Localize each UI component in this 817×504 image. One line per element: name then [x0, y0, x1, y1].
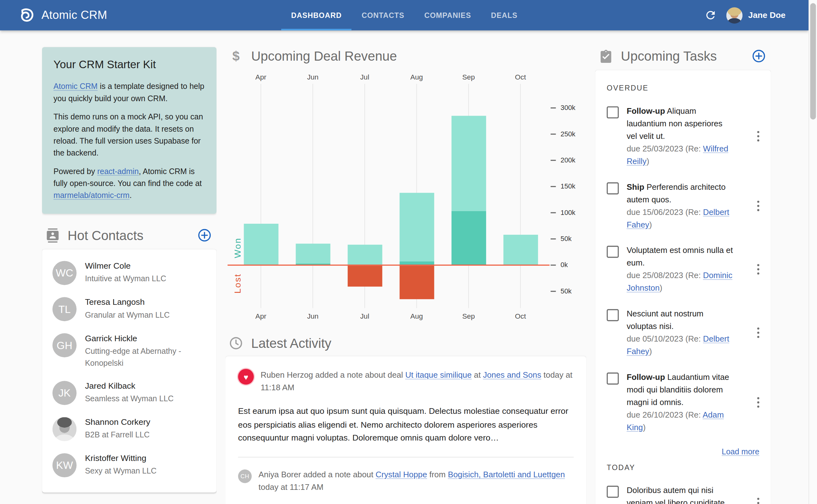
x-axis-label: Oct [515, 312, 526, 320]
contact-list-item[interactable]: KWKristoffer WittingSexy at Wyman LLC [52, 452, 206, 477]
tab-contacts[interactable]: CONTACTS [352, 0, 414, 30]
add-task-button[interactable] [752, 49, 765, 63]
kebab-dot [757, 200, 759, 203]
contact-list-item[interactable]: JKJared KilbackSeamless at Wyman LLC [52, 380, 206, 405]
clock-icon [228, 335, 244, 351]
tab-dashboard[interactable]: DASHBOARD [281, 0, 352, 30]
task-contact-link[interactable]: Adam King [627, 410, 724, 432]
react-admin-link[interactable]: react-admin [97, 167, 139, 175]
activity-link[interactable]: Jones and Sons [483, 370, 541, 379]
load-more-link[interactable]: Load more [606, 447, 759, 456]
tab-deals[interactable]: DEALS [481, 0, 527, 30]
contact-list-item[interactable]: GHGarrick HickleCutting-edge at Abernath… [52, 332, 206, 369]
bar-segment-pending-jul[interactable] [348, 245, 382, 265]
task-menu-button[interactable] [755, 495, 761, 504]
task-checkbox[interactable] [606, 373, 619, 385]
tab-companies[interactable]: COMPANIES [414, 0, 481, 30]
middle-column: $ Upcoming Deal Revenue AprAprJunJunJulJ… [226, 30, 586, 504]
tick-mark [551, 133, 556, 134]
left-column: Your CRM Starter Kit Atomic CRM is a tem… [42, 30, 217, 504]
task-contact-link[interactable]: Delbert Fahey [627, 207, 729, 229]
task-text: Nesciunt aut nostrum voluptas nisi. [627, 308, 735, 333]
refresh-button[interactable] [703, 7, 718, 23]
tick-label: 150k [561, 182, 575, 190]
task-due: due 25/08/2023 (Re: Dominic Johnston) [627, 269, 735, 294]
x-axis-label: Apr [255, 312, 266, 320]
task-menu-button[interactable] [755, 197, 761, 214]
contact-name: Wilmer Cole [85, 260, 166, 272]
task-checkbox[interactable] [606, 246, 619, 258]
bar-segment-pending-oct[interactable] [503, 235, 538, 265]
bar-segment-lost-jul[interactable] [348, 266, 382, 287]
y-axis-tick: 0k [551, 261, 568, 269]
task-menu-button[interactable] [755, 261, 761, 278]
activity-text: Aniya Borer added a note about Crystal H… [259, 468, 573, 493]
bar-segment-won-sep[interactable] [451, 211, 486, 265]
x-axis-label: Sep [462, 312, 475, 320]
deal-revenue-header: $ Upcoming Deal Revenue [226, 48, 586, 64]
kebab-dot [757, 209, 759, 211]
activity-text-part: Ruben Herzog added a note about deal [261, 370, 405, 379]
kebab-dot [757, 405, 759, 408]
marmelab-atomic-crm-link[interactable]: marmelab/atomic-crm [53, 191, 129, 200]
upcoming-tasks-card: OVERDUEFollow-up Aliquam laudantium non … [595, 70, 771, 504]
bar-segment-pending-apr[interactable] [244, 224, 278, 265]
tick-mark [551, 160, 556, 161]
kebab-dot [757, 131, 759, 133]
tick-label: 200k [561, 156, 575, 164]
atomic-crm-link[interactable]: Atomic CRM [53, 82, 97, 90]
y-axis-tick: 200k [551, 156, 575, 164]
task-body: Follow-up Aliquam laudantium non asperio… [627, 105, 735, 168]
scrollbar-thumb[interactable] [810, 3, 816, 119]
contact-list-item[interactable]: Shannon CorkeryB2B at Farrell LLC [52, 416, 206, 441]
task-menu-button[interactable] [755, 128, 761, 145]
kebab-dot [757, 205, 759, 207]
activity-link[interactable]: Ut itaque similique [405, 370, 472, 379]
contacts-icon [45, 227, 60, 243]
contact-company: Seamless at Wyman LLC [85, 392, 173, 404]
task-contact-link[interactable]: Wilfred Reilly [627, 144, 728, 166]
task-menu-button[interactable] [755, 394, 761, 411]
activity-link[interactable]: Crystal Hoppe [376, 470, 427, 479]
bar-segment-pending-jun[interactable] [296, 244, 330, 263]
tick-label: 100k [561, 209, 575, 216]
starter-kit-paragraph: Powered by react-admin, Atomic CRM is fu… [53, 165, 205, 201]
tick-mark [551, 212, 556, 213]
tasks-section-label: TODAY [606, 463, 761, 472]
app-title: Atomic CRM [41, 8, 107, 22]
bar-segment-lost-aug[interactable] [399, 266, 434, 299]
bar-segment-pending-aug[interactable] [399, 193, 434, 261]
task-checkbox[interactable] [606, 309, 619, 321]
task-contact-link[interactable]: Dominic Johnston [627, 271, 732, 292]
user-menu-button[interactable]: Jane Doe [726, 7, 786, 24]
kebab-dot [757, 268, 759, 271]
task-type-label: Follow-up [627, 107, 665, 115]
task-body: Nesciunt aut nostrum voluptas nisi.due 0… [627, 308, 735, 358]
activity-link[interactable]: Bogisich, Bartoletti and Luettgen [448, 470, 565, 479]
task-menu-button[interactable] [755, 324, 761, 341]
task-checkbox[interactable] [606, 486, 619, 498]
activity-text-part: today at 11:17 AM [259, 482, 323, 491]
scrollbar-track[interactable] [809, 0, 817, 504]
activity-text: Ruben Herzog added a note about deal Ut … [261, 369, 574, 394]
avatar [52, 417, 77, 441]
task-checkbox[interactable] [606, 182, 619, 194]
activity-text-part: from [427, 470, 448, 479]
x-axis-label: Apr [255, 73, 266, 81]
task-type-label: Follow-up [627, 373, 665, 381]
task-contact-link[interactable]: Delbert Fahey [627, 334, 729, 356]
y-axis-tick: 100k [551, 209, 575, 216]
nav-right: Jane Doe [703, 0, 786, 30]
user-name: Jane Doe [748, 10, 786, 20]
x-axis-label: Jun [307, 312, 319, 320]
contact-list-item[interactable]: TLTeresa LangoshGranular at Wyman LLC [52, 296, 206, 321]
task-text: Follow-up Aliquam laudantium non asperio… [627, 105, 735, 143]
kebab-dot [757, 135, 759, 138]
task-checkbox[interactable] [606, 107, 619, 118]
bar-segment-pending-sep[interactable] [451, 116, 486, 211]
starter-kit-card: Your CRM Starter Kit Atomic CRM is a tem… [42, 47, 217, 214]
contact-list-item[interactable]: WCWilmer ColeIntuitive at Wyman LLC [52, 260, 206, 285]
kebab-dot [757, 264, 759, 266]
add-contact-button[interactable] [198, 228, 211, 242]
kebab-dot [757, 139, 759, 142]
